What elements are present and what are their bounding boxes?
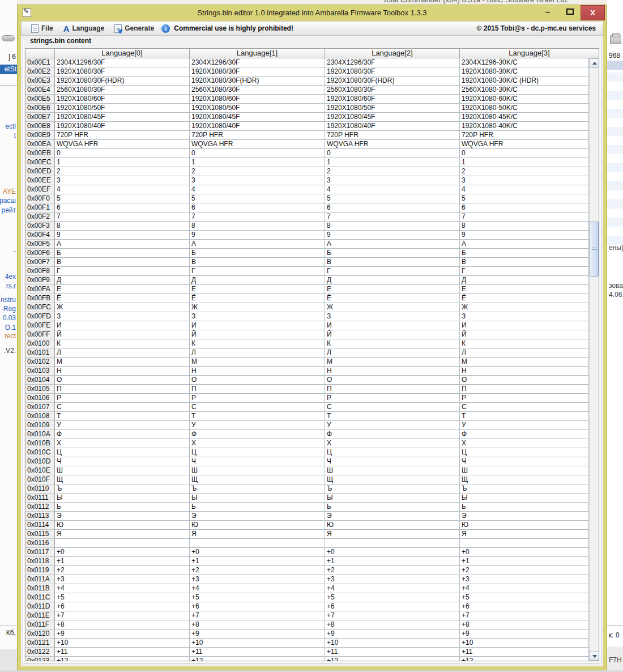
string-cell[interactable]: О bbox=[55, 376, 190, 385]
string-cell[interactable]: 4 bbox=[190, 185, 325, 194]
string-cell[interactable]: 1920X1080/45F bbox=[55, 113, 190, 122]
string-cell[interactable]: +12 bbox=[55, 657, 190, 661]
string-cell[interactable]: 2560X1080/30F bbox=[190, 86, 325, 95]
string-cell[interactable]: 8 bbox=[460, 222, 589, 231]
string-cell[interactable]: Щ bbox=[55, 475, 190, 484]
string-cell[interactable]: 1920X1080-40K/C bbox=[460, 122, 589, 131]
string-cell[interactable]: Л bbox=[325, 348, 460, 358]
string-cell[interactable]: 1920X1080/50F bbox=[325, 104, 460, 113]
string-cell[interactable]: +12 bbox=[190, 657, 325, 661]
string-cell[interactable]: Д bbox=[190, 276, 325, 285]
string-cell[interactable]: 2560X1080/30F bbox=[55, 86, 190, 95]
string-cell[interactable]: Н bbox=[325, 367, 460, 376]
string-cell[interactable]: Ф bbox=[190, 430, 325, 439]
vertical-scrollbar[interactable] bbox=[589, 58, 599, 661]
string-cell[interactable]: 0 bbox=[55, 149, 190, 158]
string-cell[interactable]: Ц bbox=[460, 448, 589, 457]
string-cell[interactable]: С bbox=[325, 403, 460, 412]
string-cell[interactable]: 1920X1080/30F(HDR) bbox=[190, 76, 325, 86]
string-cell[interactable]: 2304X1296/30F bbox=[55, 58, 190, 67]
string-cell[interactable]: З bbox=[460, 312, 589, 321]
string-cell[interactable]: Ф bbox=[55, 430, 190, 439]
string-cell[interactable]: В bbox=[460, 258, 589, 267]
string-cell[interactable]: Щ bbox=[325, 475, 460, 484]
string-cell[interactable]: Ж bbox=[325, 303, 460, 312]
string-cell[interactable]: +9 bbox=[55, 630, 190, 639]
string-cell[interactable]: 1920X1080/30F(HDR) bbox=[325, 76, 460, 86]
string-cell[interactable]: М bbox=[460, 358, 589, 367]
string-cell[interactable]: М bbox=[325, 358, 460, 367]
string-cell[interactable]: +7 bbox=[460, 611, 589, 620]
string-cell[interactable]: +10 bbox=[460, 639, 589, 648]
string-cell[interactable]: 1920X1080/60F bbox=[325, 95, 460, 104]
string-cell[interactable]: 5 bbox=[55, 194, 190, 203]
string-cell[interactable]: Ч bbox=[55, 457, 190, 466]
string-cell[interactable]: +2 bbox=[460, 566, 589, 575]
string-cell[interactable]: К bbox=[460, 339, 589, 348]
string-cell[interactable]: Д bbox=[460, 276, 589, 285]
string-cell[interactable]: 1 bbox=[460, 158, 589, 167]
string-cell[interactable]: +11 bbox=[460, 648, 589, 657]
string-cell[interactable]: +4 bbox=[460, 584, 589, 593]
string-cell[interactable]: +9 bbox=[325, 630, 460, 639]
string-cell[interactable]: Й bbox=[325, 330, 460, 339]
string-cell[interactable]: +8 bbox=[190, 620, 325, 630]
string-cell[interactable]: 8 bbox=[325, 222, 460, 231]
string-cell[interactable]: Б bbox=[55, 249, 190, 258]
string-cell[interactable]: Ъ bbox=[55, 484, 190, 494]
string-cell[interactable]: 720P HFR bbox=[55, 131, 190, 140]
string-cell[interactable]: Ю bbox=[325, 521, 460, 530]
string-cell[interactable]: Ж bbox=[190, 303, 325, 312]
string-cell[interactable]: Й bbox=[55, 330, 190, 339]
string-cell[interactable]: Я bbox=[460, 530, 589, 539]
string-cell[interactable]: +7 bbox=[190, 611, 325, 620]
string-cell[interactable]: WQVGA HFR bbox=[325, 140, 460, 149]
string-cell[interactable]: 2304X1296/30F bbox=[190, 58, 325, 67]
string-cell[interactable]: И bbox=[325, 321, 460, 330]
string-cell[interactable]: +4 bbox=[325, 584, 460, 593]
string-cell[interactable]: Х bbox=[460, 439, 589, 448]
string-cell[interactable]: +6 bbox=[325, 602, 460, 611]
string-cell[interactable]: 720P HFR bbox=[460, 131, 589, 140]
string-cell[interactable]: 0 bbox=[460, 149, 589, 158]
string-cell[interactable]: Ц bbox=[55, 448, 190, 457]
string-cell[interactable]: Я bbox=[55, 530, 190, 539]
scrollbar-thumb[interactable] bbox=[590, 222, 599, 277]
string-cell[interactable]: Т bbox=[190, 412, 325, 421]
string-cell[interactable]: Э bbox=[460, 512, 589, 521]
menu-generate[interactable]: Generate bbox=[109, 24, 159, 33]
string-cell[interactable]: +0 bbox=[325, 548, 460, 557]
string-cell[interactable]: В bbox=[55, 258, 190, 267]
string-cell[interactable]: 1920X1080/40F bbox=[325, 122, 460, 131]
string-cell[interactable]: Г bbox=[55, 267, 190, 276]
string-cell[interactable]: Г bbox=[460, 267, 589, 276]
string-cell[interactable]: +9 bbox=[460, 630, 589, 639]
titlebar[interactable]: Strings.bin editor 1.0 integrated into A… bbox=[18, 5, 607, 21]
string-cell[interactable]: Ш bbox=[325, 466, 460, 475]
string-cell[interactable]: С bbox=[55, 403, 190, 412]
string-cell[interactable] bbox=[55, 539, 190, 548]
string-cell[interactable]: У bbox=[190, 421, 325, 430]
string-cell[interactable]: Д bbox=[55, 276, 190, 285]
string-cell[interactable]: З bbox=[190, 312, 325, 321]
string-cell[interactable]: М bbox=[55, 358, 190, 367]
string-cell[interactable]: П bbox=[190, 385, 325, 394]
string-cell[interactable]: Й bbox=[190, 330, 325, 339]
close-button[interactable]: X bbox=[581, 5, 605, 20]
string-cell[interactable]: +12 bbox=[460, 657, 589, 661]
string-cell[interactable]: +2 bbox=[325, 566, 460, 575]
string-cell[interactable]: Г bbox=[190, 267, 325, 276]
string-cell[interactable]: +3 bbox=[460, 575, 589, 584]
string-cell[interactable]: 3 bbox=[325, 176, 460, 185]
string-cell[interactable]: Т bbox=[55, 412, 190, 421]
string-cell[interactable]: +4 bbox=[55, 584, 190, 593]
string-cell[interactable]: 5 bbox=[460, 194, 589, 203]
string-cell[interactable]: +6 bbox=[55, 602, 190, 611]
string-cell[interactable]: Ч bbox=[460, 457, 589, 466]
string-cell[interactable]: +10 bbox=[190, 639, 325, 648]
string-cell[interactable]: О bbox=[460, 376, 589, 385]
string-cell[interactable]: Ъ bbox=[460, 484, 589, 494]
string-cell[interactable]: Ъ bbox=[190, 484, 325, 494]
string-cell[interactable]: 9 bbox=[190, 231, 325, 240]
string-cell[interactable]: +6 bbox=[190, 602, 325, 611]
